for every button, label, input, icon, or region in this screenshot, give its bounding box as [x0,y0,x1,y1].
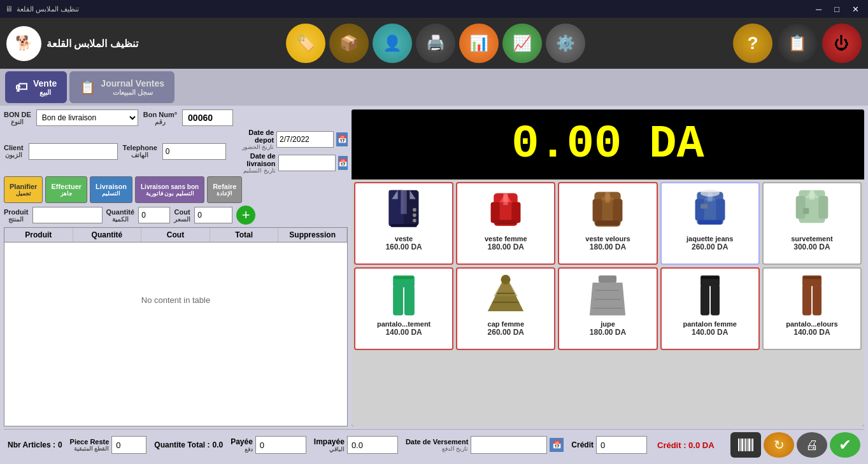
quantite-input[interactable] [138,207,170,223]
veste-image [378,187,429,235]
date-depot-input[interactable] [276,131,334,148]
svg-rect-62 [747,439,748,451]
svg-rect-54 [802,285,811,316]
veste-femme-image [480,187,531,235]
livraison-sans-label: Livraison sans bon [141,183,199,190]
product-card-veste[interactable]: veste 160.00 DA [354,182,453,265]
livraison-button[interactable]: Livraison التسليم [90,176,132,203]
col-total: Total [210,228,279,242]
grid-wrapper[interactable]: veste 160.00 DA [352,179,864,426]
refaire-arabic: الإعادة [217,190,232,197]
confirm-button[interactable]: ✔ [830,432,860,458]
cout-input[interactable] [194,207,232,223]
products-table: Produit Quantité Cout Total Suppression … [4,227,348,426]
svg-rect-59 [741,439,743,451]
product-card-veste-femme[interactable]: veste femme 180.00 DA [456,182,555,265]
svg-rect-7 [413,219,416,223]
product-card-survetement[interactable]: survetement 300.00 DA [762,182,862,265]
nav-client-button[interactable]: 👤 [373,24,412,63]
survetement-image [786,187,837,235]
bottom-bar: Nbr Articles : 0 Piece Reste القطع المتب… [4,429,864,460]
nav-settings-button[interactable]: ⚙️ [546,24,585,63]
livraison-sans-button[interactable]: Livraison sans bon التسليم بون فاتورية [135,176,204,203]
planifier-button[interactable]: Planifier تجميل [4,176,43,203]
app-title: تنظيف الملابس القلعة [46,38,138,50]
svg-rect-55 [813,285,822,316]
date-versement-calendar[interactable]: 📅 [550,438,564,452]
svg-rect-19 [606,192,611,203]
print-button[interactable]: 🖨 [797,432,827,458]
product-card-jaquette-jeans[interactable]: jaquette jeans 260.00 DA [660,182,760,265]
date-versement-arabic: تاريخ الدفع [406,446,468,452]
product-card-pantalon-tement[interactable]: pantalo...tement 140.00 DA [354,267,453,350]
tab-journal[interactable]: 📋 Journal Ventes سجل المبيعات [69,71,174,103]
product-card-veste-velours[interactable]: veste velours 180.00 DA [558,182,657,265]
svg-rect-32 [818,196,828,219]
piece-reste-label: Piece Reste [70,438,110,446]
telephone-input[interactable] [162,143,226,160]
product-card-jupe[interactable]: jupe 180.00 DA [558,267,657,350]
nbr-articles-field: Nbr Articles : 0 [8,440,62,449]
nav-icons: 🏷️ 📦 👤 🖨️ 📊 📈 ⚙️ [286,24,585,63]
impayee-arabic: الباقي [314,446,345,453]
product-card-pantalon-femme[interactable]: pantalon femme 140.00 DA [660,267,760,350]
svg-rect-57 [738,439,739,451]
left-panel: BON DE النوع Bon de livraison Avoir Fact… [4,109,348,426]
date-versement-input[interactable] [471,436,547,454]
produit-arabic: المنتج [8,216,24,223]
export-button[interactable]: 📋 [778,24,817,63]
bon-de-select[interactable]: Bon de livraison Avoir Facture [36,109,138,126]
minimize-button[interactable]: ─ [812,3,825,15]
date-versement-field: Date de Versement تاريخ الدفع 📅 [406,436,564,454]
app-logo: 🐕 [6,26,41,61]
window-icon: 🖥 [5,4,13,13]
barcode-button[interactable] [730,432,761,458]
date-livraison-calendar[interactable]: 📅 [338,156,348,170]
effectuer-arabic: جاهز [60,190,73,197]
nav-chart-button[interactable]: 📈 [502,24,542,63]
produit-label: Produit [4,208,29,216]
nav-stats-button[interactable]: 📊 [459,24,499,63]
close-button[interactable]: ✕ [848,3,863,15]
svg-rect-58 [740,439,741,451]
date-livraison-field: Date de livraison تاريخ التسليم 📅 [236,152,348,174]
help-button[interactable]: ? [733,24,772,63]
nbr-articles-value: 0 [58,440,62,449]
impayee-input[interactable] [347,436,398,454]
nav-sales-button[interactable]: 🏷️ [286,24,325,63]
effectuer-button[interactable]: Effectuer جاهز [45,176,87,203]
piece-reste-input[interactable] [111,436,146,454]
tab-vente[interactable]: 🏷 Vente البيع [5,71,67,103]
date-depot-calendar[interactable]: 📅 [336,132,348,146]
payee-input[interactable] [255,436,306,454]
right-panel: 0.00 DA [352,109,864,426]
product-grid: veste 160.00 DA [352,179,864,353]
credit-input[interactable] [596,436,647,454]
vente-tab-label: Vente [33,78,57,88]
svg-rect-20 [596,221,620,226]
bon-num-label-block: Bon Num° رقم [143,111,177,125]
date-livraison-input[interactable] [278,155,336,171]
produit-input[interactable] [32,207,103,223]
add-product-button[interactable]: + [236,206,255,225]
product-card-pantalon-velours[interactable]: pantalo...elours 140.00 DA [762,267,862,350]
refaire-button[interactable]: Refaire الإعادة [207,176,242,203]
payee-label: Payée [231,437,253,446]
nav-register-button[interactable]: 🖨️ [416,24,455,63]
journal-tab-label: Journal Ventes [101,78,164,88]
client-input[interactable] [29,143,118,160]
pantalon-velours-price: 140.00 DA [793,328,830,337]
impayee-field: Impayée الباقي [314,436,398,454]
nav-delivery-button[interactable]: 📦 [329,24,369,63]
product-card-cap-femme[interactable]: cap femme 260.00 DA [456,267,555,350]
col-cout: Cout [141,228,210,242]
svg-rect-64 [751,439,751,451]
display-amount: 0.00 DA [511,118,704,171]
svg-rect-44 [599,276,616,283]
logout-button[interactable]: ⏻ [822,24,862,63]
journal-tab-icon: 📋 [80,80,96,95]
journal-tab-arabic: سجل المبيعات [101,88,164,97]
maximize-button[interactable]: □ [830,3,843,15]
refresh-button[interactable]: ↻ [764,432,794,458]
cout-arabic: السعر [174,216,190,223]
